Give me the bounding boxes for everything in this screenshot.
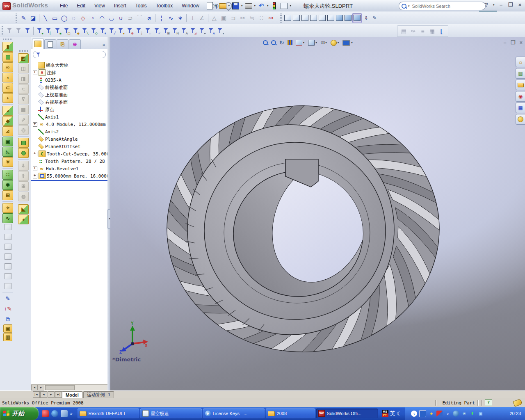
filter-dimensions[interactable]: ↔ — [143, 26, 152, 36]
circular-pattern-button[interactable]: ✾ — [2, 180, 13, 190]
last-tab-button[interactable]: ►| — [55, 391, 62, 398]
tree-root[interactable]: 螺伞大齿轮 — [31, 62, 107, 69]
revolved-boss-button[interactable]: ∞ — [2, 62, 13, 72]
quick-tips-button[interactable]: ? — [485, 399, 492, 406]
swept-boss-button[interactable]: ⊂ — [2, 83, 13, 93]
scroll-left-arrow[interactable]: ◄ — [31, 385, 38, 390]
quick-launch-icon-1[interactable] — [42, 410, 49, 417]
quick-launch-icon-2[interactable] — [51, 410, 58, 417]
rib-button[interactable]: ⊿ — [2, 126, 13, 136]
taskbar-button-2008[interactable]: 2008 — [266, 409, 315, 418]
extruded-cut-button[interactable] — [2, 52, 13, 62]
filter-weld-symbols[interactable]: ⌐ — [197, 26, 206, 36]
undo-button[interactable]: ↶ — [257, 1, 266, 10]
extend-entities-button[interactable]: ≒ — [247, 13, 257, 23]
extend-surface-button[interactable]: ⇩ — [18, 161, 29, 171]
view-orientation-button[interactable]: ✎ — [370, 14, 379, 23]
sketch-picture-button[interactable]: ▣ — [3, 324, 12, 333]
filter-clear-button[interactable] — [14, 26, 23, 36]
knit-surface-button[interactable]: ⊞ — [18, 181, 29, 191]
tray-display-icon[interactable] — [419, 410, 426, 417]
filter-sketch-segments[interactable]: ╱ — [107, 26, 116, 36]
point-tool[interactable]: ∗ — [176, 13, 185, 23]
view-trimetric-button[interactable] — [344, 14, 352, 23]
view-cube-disabled-icon[interactable] — [5, 244, 11, 250]
new-dropdown[interactable]: ▾ — [215, 4, 217, 7]
tab-configuration-manager[interactable]: ⎘ — [57, 39, 68, 49]
three-point-arc-tool[interactable]: ◡ — [107, 13, 116, 23]
menu-insert[interactable]: Insert — [110, 1, 131, 10]
circle-tool[interactable]: ◯ — [59, 13, 69, 23]
view-right-button[interactable] — [309, 14, 318, 23]
thicken-button[interactable] — [18, 138, 29, 148]
menu-window[interactable]: Window — [177, 1, 204, 10]
save-dropdown[interactable]: ▾ — [241, 4, 243, 7]
undo-dropdown[interactable]: ▾ — [267, 4, 269, 7]
trim-surface-button[interactable]: ⇧ — [18, 171, 29, 181]
toolbar-grip[interactable] — [2, 26, 3, 35]
expand-icon[interactable] — [33, 152, 37, 156]
view-front-button[interactable] — [283, 14, 292, 23]
first-tab-button[interactable]: |◄ — [33, 391, 40, 398]
trim-entities-button[interactable]: ✂ — [238, 13, 247, 23]
task-pane-file-explorer-tab[interactable]: ◉ — [516, 91, 525, 102]
convert-entities-button[interactable]: ▣ — [219, 13, 228, 23]
taskbar-button-license-keys[interactable]: eLicense Keys - ... — [203, 409, 265, 418]
filter-centerline[interactable]: ┆ — [134, 26, 143, 36]
tree-item-front-plane[interactable]: 前视基准面 — [31, 84, 107, 91]
ime-mode-label[interactable]: 英 — [390, 410, 395, 417]
quick-launch-icon-3[interactable] — [61, 410, 68, 417]
construction-geometry-button[interactable]: ∷ — [257, 13, 266, 23]
scrollbar-thumb[interactable] — [45, 385, 75, 390]
ruled-surface-button[interactable]: ◎ — [18, 125, 29, 135]
quick-launch-overflow-chevron[interactable]: » — [70, 411, 73, 416]
tree-item-bore[interactable]: 55.0000mm Bore, 16.0000 — [31, 172, 107, 180]
tray-graphics-icon[interactable] — [436, 411, 443, 417]
tree-item-top-plane[interactable]: 上视基准面 — [31, 91, 107, 98]
view-cube-disabled-icon[interactable] — [5, 283, 11, 289]
task-pane-resources-tab[interactable]: ▥ — [516, 68, 525, 79]
taskbar-button-solidworks[interactable]: SWSolidWorks Offi... — [316, 409, 378, 418]
expand-icon[interactable] — [33, 167, 37, 171]
save-button[interactable] — [231, 1, 240, 10]
filter-datums[interactable]: ⊿ — [188, 26, 197, 36]
doc-close-button[interactable]: × — [519, 39, 523, 46]
centerline-tool[interactable]: ¦ — [157, 13, 166, 23]
view-cube-disabled-icon[interactable] — [5, 224, 11, 230]
rebuild-button[interactable] — [270, 1, 279, 10]
sketch-pencil-button[interactable]: ✎ — [3, 294, 13, 304]
centerpoint-arc-tool[interactable]: ◔ — [88, 13, 97, 23]
restore-button[interactable]: ❐ — [507, 2, 514, 8]
menu-tools[interactable]: Tools — [131, 1, 151, 10]
view-cube-disabled-icon[interactable] — [5, 253, 11, 260]
task-pane-design-library-tab[interactable] — [516, 80, 525, 90]
tab-dimxpert-manager[interactable]: ⊕ — [69, 39, 81, 49]
tray-update-icon[interactable]: ⇞ — [469, 411, 475, 417]
view-cube-disabled-icon[interactable] — [5, 263, 11, 269]
tree-item-axis2[interactable]: Axis2 — [31, 128, 107, 135]
doc-restore-button[interactable]: ❐ — [511, 39, 516, 46]
filter-center-marks[interactable]: ⊕ — [125, 26, 134, 36]
view-bottom-button[interactable] — [326, 14, 335, 23]
view-cube-disabled-icon[interactable] — [5, 234, 11, 240]
filter-solid-bodies[interactable]: ◆ — [71, 26, 80, 36]
display-relations-button[interactable]: ∠ — [197, 13, 207, 23]
ime-mspy-icon[interactable]: MSPY — [382, 410, 388, 417]
filter-edges[interactable]: ▏ — [44, 26, 53, 36]
filter-notes[interactable]: N — [170, 26, 179, 36]
graphics-viewport[interactable]: ↻ ▾ ▾ oo▾ ▾ ▾ – ❐ × ⌂ ▥ ◉ ▦ Y X Z *Dimet… — [110, 37, 525, 390]
extruded-boss-button[interactable]: ▮ — [2, 42, 13, 52]
smart-dimension-button[interactable]: ◪ — [28, 13, 38, 23]
scroll-right-arrow[interactable]: ► — [38, 385, 44, 390]
toolbar-grip[interactable] — [280, 14, 282, 23]
parabola-tool[interactable]: ∪ — [116, 13, 126, 23]
tree-item-material[interactable]: Q235-A — [31, 76, 107, 84]
paint-icon[interactable]: ✑ — [409, 26, 418, 36]
add-relation-button[interactable]: ⊥ — [188, 13, 197, 23]
prev-tab-button[interactable]: ◄ — [40, 391, 47, 398]
tag-icon[interactable] — [513, 399, 523, 407]
partial-ellipse-tool[interactable]: ⊃ — [126, 13, 135, 23]
filter-axes[interactable]: ╲ — [80, 26, 89, 36]
tree-item-module-feature[interactable]: ∞4.0 Module, 112.0000mm P — [31, 121, 107, 128]
menu-file[interactable]: File — [55, 1, 72, 10]
